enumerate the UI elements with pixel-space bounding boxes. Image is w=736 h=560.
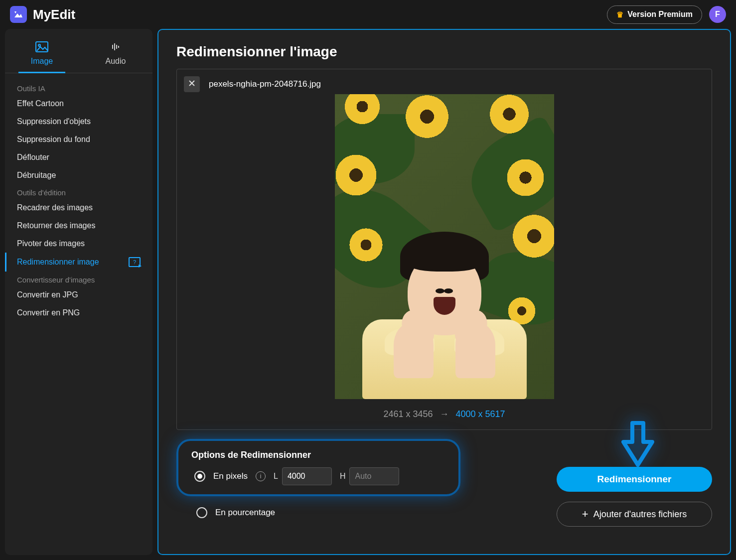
tab-audio[interactable]: Audio: [79, 35, 152, 73]
sidebar: Image Audio Outils IA Effet Cartoon Supp…: [5, 29, 152, 555]
dimensions-readout: 2461 x 3456 → 4000 x 5617: [184, 409, 705, 420]
arrow-icon: →: [440, 409, 449, 420]
main-panel: Redimensionner l'image pexels-nghia-pm-2…: [157, 29, 731, 555]
original-dimensions: 2461 x 3456: [383, 409, 433, 420]
crown-icon: ♛: [616, 10, 623, 19]
resize-icon: [129, 257, 141, 267]
sidebar-item-remove-bg[interactable]: Suppression du fond: [5, 131, 152, 148]
section-edit-tools: Outils d'édition: [5, 184, 152, 199]
height-label: H: [340, 472, 346, 481]
sidebar-item-cartoon[interactable]: Effet Cartoon: [5, 95, 152, 113]
highlight-arrow-icon: [618, 420, 657, 470]
sidebar-tabs: Image Audio: [5, 35, 152, 73]
options-heading: Options de Redimensionner: [191, 450, 439, 460]
logo-icon: [10, 6, 27, 23]
tab-audio-label: Audio: [106, 57, 126, 66]
filename: pexels-nghia-pm-2048716.jpg: [209, 79, 321, 89]
avatar-initial: F: [715, 10, 720, 19]
page-title: Redimensionner l'image: [176, 44, 712, 60]
radio-percent[interactable]: [196, 507, 207, 518]
section-ai-tools: Outils IA: [5, 80, 152, 95]
remove-file-button[interactable]: [184, 76, 200, 92]
width-label: L: [274, 472, 278, 481]
preview-card: pexels-nghia-pm-2048716.jpg: [176, 69, 712, 430]
sidebar-item-unblur[interactable]: Déflouter: [5, 148, 152, 166]
sidebar-item-convert-jpg[interactable]: Convertir en JPG: [5, 286, 152, 304]
sidebar-item-resize[interactable]: Redimensionner image: [5, 253, 152, 272]
sidebar-item-rotate[interactable]: Pivoter des images: [5, 235, 152, 253]
premium-label: Version Premium: [627, 10, 693, 19]
sidebar-item-remove-objects[interactable]: Suppression d'objets: [5, 113, 152, 131]
audio-icon: [109, 40, 123, 54]
new-dimensions: 4000 x 5617: [456, 409, 505, 420]
plus-icon: +: [582, 509, 589, 520]
height-input[interactable]: [349, 467, 399, 485]
close-icon: [188, 79, 196, 90]
avatar[interactable]: F: [709, 6, 726, 23]
sidebar-item-crop[interactable]: Recadrer des images: [5, 199, 152, 217]
resize-options: Options de Redimensionner En pixels i L …: [176, 439, 460, 496]
sidebar-item-convert-png[interactable]: Convertir en PNG: [5, 304, 152, 322]
add-files-button[interactable]: + Ajouter d'autres fichiers: [557, 502, 712, 527]
sidebar-item-flip[interactable]: Retourner des images: [5, 217, 152, 235]
premium-button[interactable]: ♛ Version Premium: [607, 5, 702, 24]
radio-percent-label: En pourcentage: [215, 508, 275, 518]
resize-button[interactable]: Redimensionner: [557, 467, 712, 492]
radio-pixels[interactable]: [194, 471, 205, 482]
svg-point-1: [38, 44, 40, 46]
width-input[interactable]: [282, 467, 332, 485]
brand-name: MyEdit: [33, 7, 75, 22]
section-converter: Convertisseur d'images: [5, 272, 152, 286]
image-preview: [335, 94, 554, 399]
tab-image[interactable]: Image: [5, 35, 79, 73]
image-icon: [35, 40, 49, 54]
radio-pixels-label: En pixels: [213, 471, 248, 481]
app-header: MyEdit ♛ Version Premium F: [0, 0, 736, 29]
brand[interactable]: MyEdit: [10, 6, 75, 23]
info-icon[interactable]: i: [256, 471, 266, 481]
sidebar-item-denoise[interactable]: Débruitage: [5, 166, 152, 184]
tab-image-label: Image: [31, 57, 53, 66]
